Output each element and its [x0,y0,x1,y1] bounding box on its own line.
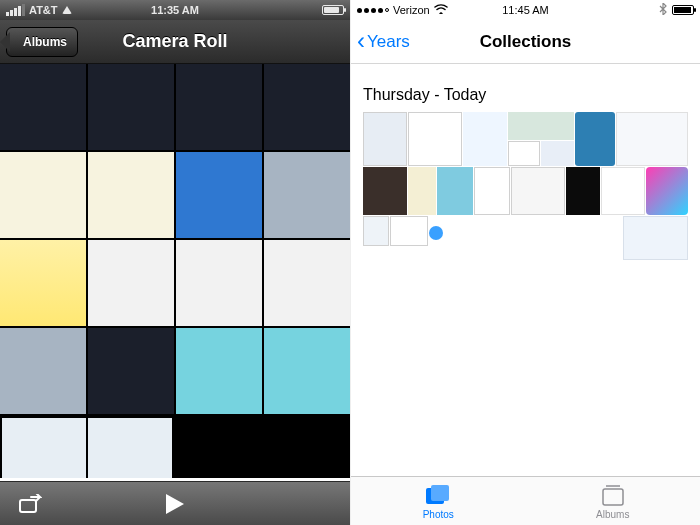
photo-tile [541,141,574,166]
ios6-nav-bar: Albums Camera Roll [0,20,350,64]
photo-tile [437,167,473,215]
page-title: Camera Roll [122,31,227,52]
years-back-button[interactable]: ‹ Years [357,32,410,52]
photo-tile [474,167,510,215]
photo-tile [363,167,407,215]
photo-tile [463,112,507,166]
ios7-tab-bar: Photos Albums [351,476,700,525]
collection-thumbnail-group[interactable] [363,112,688,272]
photo-thumbnail[interactable] [2,418,86,478]
photo-thumbnail[interactable] [176,240,262,326]
photo-thumbnail[interactable] [88,64,174,150]
photo-thumbnail[interactable] [176,64,262,150]
photo-grid [0,64,350,478]
tab-label: Albums [596,509,629,520]
photo-tile [363,112,407,166]
share-button[interactable] [18,494,42,514]
wifi-icon [434,4,448,16]
photo-thumbnail[interactable] [88,240,174,326]
tab-albums[interactable]: Albums [526,477,701,525]
photo-tile [390,216,428,246]
photo-tile [623,216,688,260]
photo-tile [508,112,574,140]
photo-tile [511,167,565,215]
tab-label: Photos [423,509,454,520]
carrier-label: Verizon [393,4,430,16]
photo-thumbnail[interactable] [176,152,262,238]
photo-tile [616,112,688,166]
photo-tile [408,167,436,215]
photo-thumbnail[interactable] [264,240,350,326]
photo-thumbnail[interactable] [0,152,86,238]
ios6-phone: AT&T 11:35 AM Albums Camera Roll [0,0,350,525]
photo-tile [646,167,688,215]
ios6-status-bar: AT&T 11:35 AM [0,0,350,20]
svg-rect-3 [431,485,449,501]
photo-tile [363,216,389,246]
back-button-label: Years [367,32,410,52]
albums-tab-icon [598,483,628,509]
play-button[interactable] [166,494,184,514]
section-header[interactable]: Thursday - Today [351,64,700,112]
battery-icon [322,5,344,15]
battery-icon [672,5,694,15]
ios6-toolbar [0,481,350,525]
photo-thumbnail[interactable] [0,64,86,150]
photos-tab-icon [423,483,453,509]
ios7-phone: Verizon 11:45 AM ‹ Years Collections Thu… [350,0,700,525]
svg-marker-1 [166,494,184,514]
photo-tile [508,141,540,166]
page-title: Collections [480,32,572,52]
photo-tile [575,112,615,166]
ios7-nav-bar: ‹ Years Collections [351,20,700,64]
photo-thumbnail[interactable] [88,418,172,478]
photo-thumbnail[interactable] [264,64,350,150]
photo-thumbnail[interactable] [176,328,262,414]
signal-bars-icon [6,4,25,16]
back-button-label: Albums [23,35,67,49]
play-icon [166,494,184,514]
carrier-label: AT&T [29,4,58,16]
photo-tile [601,167,645,215]
photo-tile [408,112,462,166]
photo-thumbnail[interactable] [0,240,86,326]
wifi-icon [62,6,72,14]
photo-thumbnail[interactable] [88,328,174,414]
photo-thumbnail[interactable] [0,328,86,414]
photo-tile [429,226,443,240]
photo-thumbnail[interactable] [264,328,350,414]
svg-rect-4 [603,489,623,505]
photo-thumbnail[interactable] [264,152,350,238]
photo-tile [566,167,600,215]
tab-photos[interactable]: Photos [351,477,526,525]
share-icon [18,494,42,514]
chevron-left-icon: ‹ [357,32,365,49]
bluetooth-icon [659,3,667,17]
photo-thumbnail[interactable] [88,152,174,238]
svg-rect-0 [20,500,36,512]
ios7-status-bar: Verizon 11:45 AM [351,0,700,20]
albums-back-button[interactable]: Albums [6,27,78,57]
signal-dots-icon [357,8,389,13]
